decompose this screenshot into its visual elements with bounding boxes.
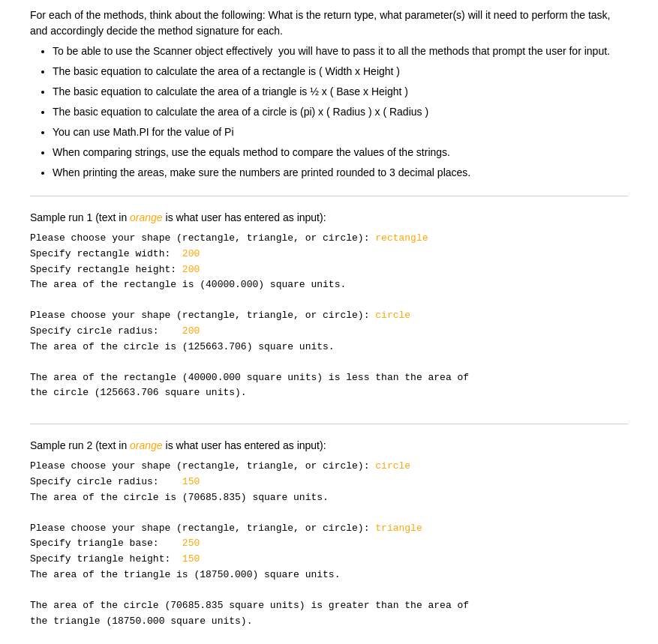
bullet-item: The basic equation to calculate the area… — [53, 64, 628, 79]
bullet-item: The basic equation to calculate the area… — [53, 84, 628, 100]
bullet-item: You can use Math.PI for the value of Pi — [53, 124, 628, 140]
code-line: The area of the rectangle (40000.000 squ… — [30, 372, 469, 399]
bullet-list: To be able to use the Scanner object eff… — [53, 43, 628, 181]
user-input: 150 — [182, 476, 200, 487]
intro-section: For each of the methods, think about the… — [30, 7, 628, 181]
user-input: 200 — [182, 248, 200, 259]
sample-run-2-section: Sample run 2 (text in orange is what use… — [30, 439, 628, 629]
code-line: Please choose your shape (rectangle, tri… — [30, 232, 375, 244]
section-divider-1 — [30, 196, 628, 196]
sample-run-1-block-2: Please choose your shape (rectangle, tri… — [30, 308, 628, 355]
sample-run-1-orange-label: orange — [130, 211, 163, 223]
code-line: Specify triangle base: — [30, 538, 182, 549]
sample-run-2-title-prefix: Sample run 2 (text in — [30, 439, 130, 451]
sample-run-1-block-3: The area of the rectangle (40000.000 squ… — [30, 370, 628, 402]
top-paragraph: For each of the methods, think about the… — [30, 7, 628, 39]
code-line: Specify circle radius: — [30, 325, 182, 337]
user-input: 200 — [182, 264, 200, 275]
code-line: The area of the rectangle is (40000.000)… — [30, 279, 346, 290]
sample-run-2-title-suffix: is what user has entered as input): — [163, 439, 326, 451]
user-input: 250 — [182, 538, 200, 549]
sample-run-1-block-1: Please choose your shape (rectangle, tri… — [30, 231, 628, 293]
code-line: Specify circle radius: — [30, 476, 182, 487]
sample-run-1-section: Sample run 1 (text in orange is what use… — [30, 211, 628, 401]
sample-run-1-title: Sample run 1 (text in orange is what use… — [30, 211, 628, 223]
user-input: circle — [375, 310, 410, 321]
bullet-item: When printing the areas, make sure the n… — [53, 165, 628, 181]
sample-run-2-orange-label: orange — [130, 439, 163, 451]
sample-run-2-block-3: The area of the circle (70685.835 square… — [30, 598, 628, 630]
user-input: 200 — [182, 325, 200, 337]
sample-run-2-block-1: Please choose your shape (rectangle, tri… — [30, 459, 628, 505]
code-line: Please choose your shape (rectangle, tri… — [30, 310, 375, 321]
user-input: rectangle — [375, 232, 428, 244]
bullet-item: To be able to use the Scanner object eff… — [53, 43, 628, 59]
bullet-item: The basic equation to calculate the area… — [53, 104, 628, 120]
sample-run-1-title-prefix: Sample run 1 (text in — [30, 211, 130, 223]
user-input: 150 — [182, 553, 200, 565]
code-line: The area of the circle (70685.835 square… — [30, 600, 469, 627]
sample-run-2-block-2: Please choose your shape (rectangle, tri… — [30, 521, 628, 583]
code-line: Specify triangle height: — [30, 553, 182, 565]
user-input: circle — [375, 460, 410, 472]
sample-run-1-title-suffix: is what user has entered as input): — [163, 211, 326, 223]
sample-run-2-title: Sample run 2 (text in orange is what use… — [30, 439, 628, 451]
code-line: The area of the circle is (70685.835) sq… — [30, 492, 329, 503]
bullet-item: When comparing strings, use the equals m… — [53, 145, 628, 160]
code-line: The area of the triangle is (18750.000) … — [30, 569, 340, 580]
code-line: Please choose your shape (rectangle, tri… — [30, 523, 375, 534]
code-line: The area of the circle is (125663.706) s… — [30, 341, 335, 352]
code-line: Please choose your shape (rectangle, tri… — [30, 460, 375, 472]
code-line: Specify rectangle width: — [30, 248, 182, 259]
code-line: Specify rectangle height: — [30, 264, 182, 275]
section-divider-2 — [30, 424, 628, 424]
user-input: triangle — [375, 523, 422, 534]
